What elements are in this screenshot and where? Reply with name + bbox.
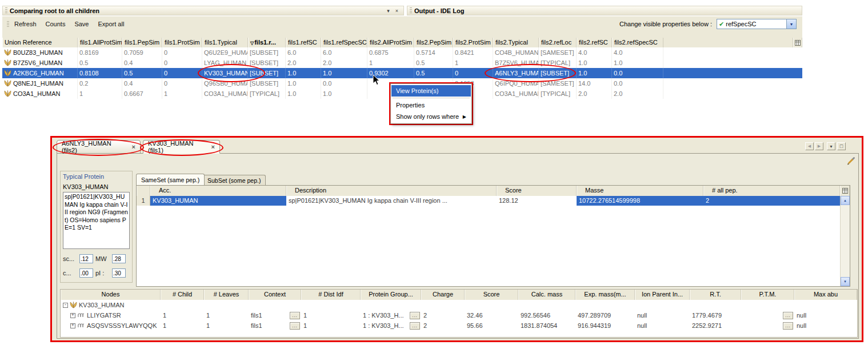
column-header-masse[interactable]: Masse [577,186,703,196]
column-header[interactable]: fils2.ProtSim [453,38,493,47]
mw-field[interactable] [112,254,126,263]
table-row-selected[interactable]: A2KBC6_HUMAN 0.8108 0.5 0 KV303_HUMAN [S… [2,68,802,78]
ellipsis-button[interactable]: ... [290,312,300,319]
pi-field[interactable] [112,268,126,278]
protein-row-selected[interactable]: 1 KV303_HUMAN sp|P01621|KV303_HUMAN Ig k… [137,196,850,206]
typical-protein-title: Typical Protein [63,173,130,180]
ellipsis-button[interactable]: ... [783,312,793,319]
output-panel-titlebar[interactable]: Output - IDE Log [407,6,802,15]
column-selector-button[interactable] [793,38,802,47]
column-header[interactable]: P.T.M. [741,290,794,300]
export-all-button[interactable]: Export all [94,19,128,29]
column-header[interactable]: fils1.PepSim [122,38,162,47]
save-button[interactable]: Save [70,19,93,29]
scroll-up-button[interactable]: ▲ [841,196,850,205]
column-header[interactable]: Exp. mass(m... [575,290,635,300]
typical-protein-description[interactable]: sp|P01621|KV303_HUMAN Ig kappa chain V-I… [63,192,130,249]
cell [161,300,204,310]
column-header[interactable]: fils1.AllProtSim [78,38,122,47]
nodes-row-peptide[interactable]: + ASQSVSSSYLAWYQQK 1 1 fils1... 1 1 : KV… [61,320,857,331]
tab-list-button[interactable]: ▼ [827,142,835,150]
column-header-sorted[interactable]: ▽fils1.r... [248,38,286,47]
menu-item-show-only-rows[interactable]: Show only rows where▶ [391,111,471,122]
tab-kv303-fils1[interactable]: KV303_HUMAN (fils1) × [143,140,220,154]
ellipsis-button[interactable]: ... [290,322,300,330]
column-header[interactable]: # Dist Idf [301,290,361,300]
cell-ptm: ... [741,310,794,320]
ellipsis-button[interactable]: ... [410,312,420,319]
column-header-acc[interactable]: Acc. [150,186,286,196]
edit-icon[interactable] [846,157,855,166]
score-field[interactable] [79,254,93,263]
column-header[interactable]: fils2.refSpecSC [612,38,663,47]
column-header-score[interactable]: Score [497,186,577,196]
column-header[interactable]: fils2.PepSim [414,38,453,47]
tab-a6nly3-fils2[interactable]: A6NLY3_HUMAN (fils2) × [57,140,141,154]
tab-sameset[interactable]: SameSet (same pep.) [136,174,205,185]
comparison-panel-titlebar[interactable]: Comparing root to all children ▾ × [2,6,404,15]
column-header[interactable]: R.T. [690,290,741,300]
nodes-row-protein[interactable]: - KV303_HUMAN [61,300,857,310]
column-header-description[interactable]: Description [286,186,497,196]
column-header[interactable]: Protein Group... [361,290,421,300]
detail-panel-annotation: A6NLY3_HUMAN (fils2) × KV303_HUMAN (fils… [50,136,863,342]
column-header[interactable]: Ion Parent In... [635,290,690,300]
column-header[interactable]: Calc. mass [518,290,575,300]
column-header[interactable]: Max abu [794,290,857,300]
mouse-cursor [373,74,381,86]
column-header[interactable]: Score [465,290,518,300]
menu-item-view-proteins[interactable]: View Protein(s) [391,85,471,97]
column-header[interactable]: fils1.refSC [286,38,321,47]
cell: [SUBSET] [248,78,286,89]
cell: 2252.9271 [690,320,741,331]
nodes-row-peptide[interactable]: + LLIYGATSR 1 1 fils1... 1 1 : KV303_H..… [61,310,857,320]
minimize-icon[interactable]: ▾ [384,7,393,14]
visible-properties-combobox[interactable]: ✔ refSpecSC ▼ [717,19,797,29]
table-row[interactable]: B0UZ83_HUMAN 0.8169 0.7059 0 Q6U2E9_HUMA… [2,47,802,58]
counts-button[interactable]: Counts [42,19,70,29]
column-header-nodes[interactable]: Nodes [61,290,161,300]
column-header[interactable]: Charge [421,290,465,300]
column-header[interactable]: fils1.Typical [202,38,248,47]
cell: 0.7059 [122,47,162,58]
cell-union-reference: B7Z5V6_HUMAN [2,58,78,68]
refresh-button[interactable]: Refresh [10,19,41,29]
ellipsis-button[interactable]: ... [410,322,420,330]
tree-collapse-toggle[interactable]: - [63,303,68,308]
ellipsis-button[interactable]: ... [783,322,793,330]
combobox-dropdown-button[interactable]: ▼ [786,19,796,29]
column-header[interactable]: # Child [161,290,204,300]
table-row[interactable]: B7Z5V6_HUMAN 0.5 0.4 0 LYAG_HUMAN [SUBSE… [2,58,802,68]
maximize-button[interactable]: □ [837,142,846,150]
close-icon[interactable]: × [211,143,215,150]
column-header[interactable]: fils2.refLoc [539,38,577,47]
column-header-union-reference[interactable]: Union Reference [2,38,78,47]
menu-item-properties[interactable]: Properties [391,99,471,111]
column-header[interactable]: fils2.AllProtSim [367,38,414,47]
scroll-tabs-left-button[interactable]: ◀ [805,142,814,150]
tree-expand-toggle[interactable]: + [70,323,75,328]
cell: 0.6667 [122,89,162,99]
scroll-down-button[interactable]: ▼ [841,277,850,286]
close-icon[interactable]: × [393,7,401,14]
close-icon[interactable]: × [132,143,135,150]
column-header[interactable]: fils2.Typical [493,38,539,47]
cell-union-reference: A2KBC6_HUMAN [2,68,78,78]
column-header[interactable]: Context [249,290,301,300]
cell: 1.0 [286,89,321,99]
column-selector-button[interactable] [840,186,850,196]
column-header-all-pep[interactable]: # all pep. [703,186,840,196]
tree-expand-toggle[interactable]: + [70,313,75,318]
column-header[interactable]: fils1.ProtSim [162,38,202,47]
vertical-scrollbar[interactable]: ▲ ▼ [840,196,850,286]
column-header[interactable]: fils1.refSpecSC [321,38,367,47]
coverage-field[interactable] [79,268,93,278]
tab-subset[interactable]: SubSet (some pep.) [202,175,266,185]
toolbar-spacer [2,31,802,38]
column-header[interactable]: fils2.refSC [577,38,612,47]
scroll-tabs-right-button[interactable]: ▶ [815,142,823,150]
column-header[interactable]: # Leaves [204,290,249,300]
cell: 0.0 [612,68,663,78]
header-filler [663,38,793,47]
peptide-icon [77,312,85,318]
